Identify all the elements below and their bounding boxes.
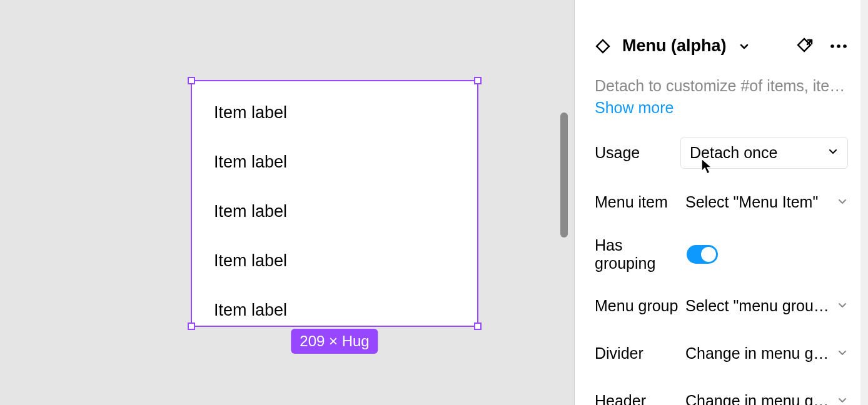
property-label: Header — [595, 392, 646, 405]
header-select[interactable]: Change in menu g… — [685, 392, 848, 405]
resize-handle-bottom-right[interactable] — [474, 322, 482, 330]
cursor-icon — [700, 158, 714, 178]
property-value: Change in menu g… — [685, 392, 830, 405]
has-grouping-toggle[interactable] — [687, 245, 718, 264]
property-label: Has grouping — [595, 236, 687, 272]
chevron-down-icon — [837, 196, 848, 209]
canvas-scrollbar[interactable] — [560, 112, 568, 238]
menu-item: Item label — [214, 301, 455, 320]
menu-items-container: Item label Item label Item label Item la… — [192, 81, 477, 342]
svg-point-3 — [837, 44, 840, 48]
toggle-knob — [701, 247, 716, 262]
svg-point-2 — [830, 44, 834, 48]
menu-item: Item label — [214, 251, 455, 271]
property-label: Menu group — [595, 297, 678, 315]
menu-item: Item label — [214, 202, 455, 221]
more-options-icon[interactable] — [829, 43, 848, 49]
property-row-header: Header Change in menu g… — [595, 388, 848, 406]
divider-select[interactable]: Change in menu g… — [685, 344, 848, 362]
property-row-has-grouping: Has grouping — [595, 236, 848, 272]
dimensions-badge: 209 × Hug — [291, 329, 378, 354]
property-row-usage: Usage Detach once — [595, 137, 848, 169]
go-to-main-component-icon[interactable] — [797, 38, 814, 55]
property-label: Usage — [595, 144, 640, 162]
property-label: Divider — [595, 344, 643, 362]
svg-rect-0 — [597, 40, 609, 52]
component-description: Detach to customize #of items, item … — [595, 76, 848, 96]
property-value: Select "menu grou… — [685, 297, 830, 315]
selected-component-frame[interactable]: Item label Item label Item label Item la… — [191, 80, 478, 327]
property-value: Change in menu g… — [685, 344, 830, 362]
component-name[interactable]: Menu (alpha) — [622, 36, 727, 56]
property-value: Select "Menu Item" — [685, 193, 830, 211]
menu-item: Item label — [214, 152, 455, 172]
chevron-down-icon — [837, 394, 848, 406]
property-row-divider: Divider Change in menu g… — [595, 340, 848, 368]
show-more-link[interactable]: Show more — [595, 99, 848, 117]
component-icon — [595, 38, 611, 54]
properties-panel: Menu (alpha) — [574, 0, 868, 405]
canvas-area[interactable]: Item label Item label Item label Item la… — [0, 0, 574, 405]
resize-handle-top-right[interactable] — [474, 77, 482, 84]
panel-scrollbar-track[interactable] — [860, 0, 868, 405]
chevron-down-icon[interactable] — [738, 40, 750, 52]
menu-item-select[interactable]: Select "Menu Item" — [685, 193, 848, 211]
component-header: Menu (alpha) — [595, 36, 848, 56]
property-row-menu-group: Menu group Select "menu grou… — [595, 292, 848, 320]
menu-item: Item label — [214, 103, 455, 122]
property-label: Menu item — [595, 193, 668, 211]
resize-handle-top-left[interactable] — [188, 77, 195, 84]
chevron-down-icon — [827, 146, 839, 159]
svg-point-4 — [843, 44, 847, 48]
property-row-menu-item: Menu item Select "Menu Item" — [595, 189, 848, 216]
resize-handle-bottom-left[interactable] — [188, 322, 195, 330]
chevron-down-icon — [837, 347, 848, 361]
menu-group-select[interactable]: Select "menu grou… — [685, 297, 848, 315]
chevron-down-icon — [837, 299, 848, 313]
